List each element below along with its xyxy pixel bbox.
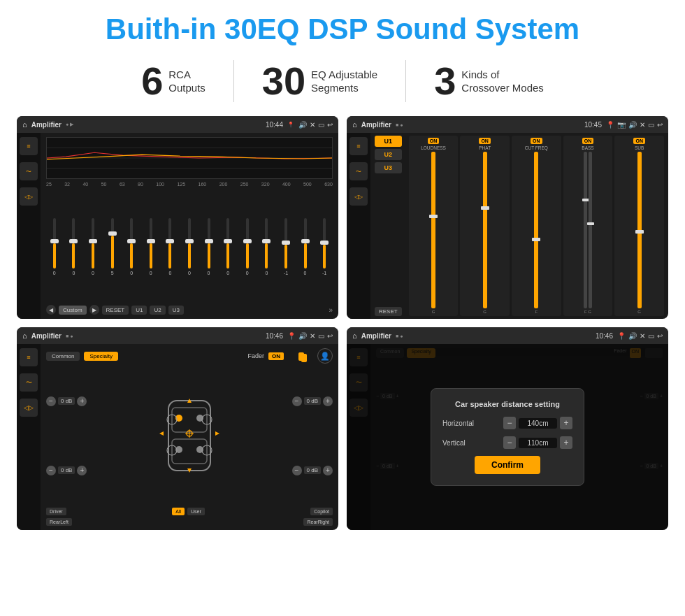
- screen-bar-2: ⌂ Amplifier ■ ● 10:45 📍📷🔊✕▭↩: [347, 116, 668, 133]
- dialog-vertical-minus[interactable]: −: [503, 436, 516, 449]
- eq-slider-12[interactable]: -1: [277, 218, 294, 275]
- screen-bar-icons-2: 📍📷🔊✕▭↩: [606, 121, 663, 129]
- sidebar-eq-btn-2[interactable]: ≡: [349, 137, 368, 155]
- screen-sidebar-2: ≡ 〜 ◁▷: [347, 133, 370, 319]
- eq-slider-9[interactable]: 0: [219, 218, 236, 275]
- confirm-button[interactable]: Confirm: [475, 456, 540, 474]
- fader-specialty-tab[interactable]: Specialty: [84, 352, 117, 361]
- fader-car-diagram: [91, 366, 287, 505]
- fader-copilot-minus[interactable]: −: [292, 396, 302, 406]
- stat-rca-number: 6: [141, 62, 163, 101]
- fader-rearright-plus[interactable]: +: [323, 466, 333, 475]
- svg-marker-21: [215, 431, 219, 436]
- eq-slider-4[interactable]: 0: [123, 218, 140, 275]
- screen-time-4: 10:46: [596, 332, 613, 340]
- fader-main: Common Specialty Fader ON: [41, 344, 338, 530]
- eq-slider-11[interactable]: 0: [259, 218, 275, 275]
- eq-reset-btn[interactable]: RESET: [102, 306, 129, 315]
- eq-slider-1[interactable]: 0: [66, 218, 82, 275]
- stat-crossover-text: Kinds of Crossover Modes: [461, 68, 544, 95]
- all-label-btn[interactable]: All: [172, 508, 185, 515]
- fader-rearright-control: − 0 dB +: [292, 466, 333, 475]
- fader-rearright-minus[interactable]: −: [292, 466, 302, 475]
- stats-row: 6 RCA Outputs 30 EQ Adjustable Segments …: [0, 53, 685, 113]
- sidebar-wave-btn-3[interactable]: 〜: [20, 373, 38, 392]
- sub-on[interactable]: ON: [633, 138, 645, 144]
- fader-left-controls: − 0 dB + − 0 dB +: [46, 366, 87, 505]
- dialog-overlay: Car speaker distance setting Horizontal …: [347, 344, 668, 530]
- rear-right-label-btn[interactable]: RearRight: [303, 518, 333, 526]
- fader-rearleft-minus[interactable]: −: [46, 466, 56, 475]
- fader-driver-control: − 0 dB +: [46, 396, 87, 406]
- sidebar-vol-btn-3[interactable]: ◁▷: [20, 399, 38, 417]
- screen-sidebar-3: ≡ 〜 ◁▷: [17, 344, 41, 530]
- rear-left-label-btn[interactable]: RearLeft: [46, 518, 72, 526]
- fader-rearleft-plus[interactable]: +: [77, 466, 87, 475]
- eq-slider-14[interactable]: -1: [316, 218, 333, 275]
- eq-slider-6[interactable]: 0: [162, 218, 179, 275]
- amp2-u1-btn[interactable]: U1: [375, 136, 402, 147]
- eq-next-btn[interactable]: ▶: [89, 305, 99, 315]
- cutfreq-on[interactable]: ON: [531, 138, 542, 144]
- screen-time-1: 10:44: [266, 121, 283, 129]
- loudness-on[interactable]: ON: [428, 138, 440, 144]
- dialog-horizontal-plus[interactable]: +: [560, 417, 572, 429]
- sidebar-vol-btn-2[interactable]: ◁▷: [349, 187, 368, 206]
- car-svg: [158, 397, 221, 474]
- eq-u1-btn[interactable]: U1: [131, 306, 147, 315]
- sidebar-wave-btn-2[interactable]: 〜: [349, 162, 368, 180]
- sidebar-eq-btn[interactable]: ≡: [20, 137, 38, 155]
- avatar-icon: 👤: [317, 348, 333, 364]
- dialog-vertical-value: 110cm: [519, 438, 557, 448]
- eq-slider-3[interactable]: 5: [104, 218, 121, 275]
- sidebar-eq-btn-3[interactable]: ≡: [20, 348, 38, 366]
- fader-copilot-plus[interactable]: +: [323, 396, 333, 406]
- phat-on[interactable]: ON: [479, 138, 491, 144]
- eq-slider-8[interactable]: 0: [201, 218, 217, 275]
- dialog-horizontal-minus[interactable]: −: [503, 417, 516, 429]
- eq-slider-0[interactable]: 0: [46, 218, 63, 275]
- user-label-btn[interactable]: User: [187, 508, 205, 515]
- home-icon-4: ⌂: [352, 331, 357, 340]
- fader-driver-minus[interactable]: −: [46, 396, 56, 406]
- eq-slider-7[interactable]: 0: [181, 218, 198, 275]
- eq-slider-10[interactable]: 0: [239, 218, 256, 275]
- fader-driver-db: 0 dB: [58, 397, 75, 405]
- stat-crossover: 3 Kinds of Crossover Modes: [406, 62, 572, 101]
- sidebar-vol-btn[interactable]: ◁▷: [20, 187, 38, 206]
- stat-eq-text: EQ Adjustable Segments: [311, 68, 377, 95]
- eq-preset-label: Custom: [59, 306, 87, 315]
- amp2-channels: ON LOUDNESS G ON PHAT: [409, 136, 664, 316]
- dialog-vertical-control: − 110cm +: [503, 436, 572, 449]
- fader-common-tab[interactable]: Common: [46, 352, 80, 361]
- eq-slider-5[interactable]: 0: [143, 218, 159, 275]
- sidebar-wave-btn[interactable]: 〜: [20, 162, 38, 180]
- eq-sliders: 0 0 0: [46, 191, 333, 302]
- bass-on[interactable]: ON: [582, 138, 594, 144]
- amp2-u3-btn[interactable]: U3: [375, 162, 402, 173]
- screen-bar-icons-3: 📍🔊✕▭↩: [287, 332, 333, 340]
- stat-crossover-number: 3: [434, 62, 456, 101]
- svg-marker-20: [159, 431, 164, 436]
- eq-slider-2[interactable]: 0: [85, 218, 101, 275]
- stat-rca: 6 RCA Outputs: [113, 62, 233, 101]
- eq-prev-btn[interactable]: ◀: [46, 305, 56, 315]
- screen-time-2: 10:45: [584, 121, 602, 129]
- dialog-horizontal-control: − 140cm +: [503, 417, 572, 429]
- amp2-channel-loudness: ON LOUDNESS G: [409, 136, 459, 316]
- fader-driver-plus[interactable]: +: [77, 396, 87, 406]
- copilot-label-btn[interactable]: Copilot: [310, 508, 333, 515]
- fader-on-toggle[interactable]: ON: [268, 352, 284, 360]
- driver-label-btn[interactable]: Driver: [46, 508, 66, 515]
- dialog-vertical-plus[interactable]: +: [560, 436, 572, 449]
- eq-u3-btn[interactable]: U3: [168, 306, 184, 315]
- screen-fader: ⌂ Amplifier ■ ● 10:46 📍🔊✕▭↩ ≡ 〜 ◁▷ Commo…: [17, 327, 338, 530]
- screen-amp2: ⌂ Amplifier ■ ● 10:45 📍📷🔊✕▭↩ ≡ 〜 ◁▷ U1 U…: [347, 116, 668, 319]
- fader-body: − 0 dB + − 0 dB +: [46, 366, 333, 505]
- eq-more-icon[interactable]: »: [329, 306, 333, 314]
- amp2-u2-btn[interactable]: U2: [375, 149, 402, 160]
- eq-u2-btn[interactable]: U2: [150, 306, 165, 315]
- fader-right-controls: − 0 dB + − 0 dB +: [292, 366, 333, 505]
- eq-slider-13[interactable]: 0: [297, 218, 314, 275]
- amp2-reset-btn[interactable]: RESET: [375, 307, 402, 316]
